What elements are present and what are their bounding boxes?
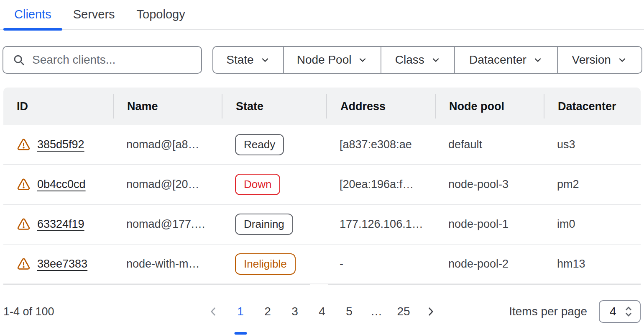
toolbar: State Node Pool Class Datacenter Version — [3, 46, 642, 74]
page-number: 1 — [237, 305, 244, 318]
filter-node-pool-label: Node Pool — [297, 53, 352, 67]
client-id-link[interactable]: 38ee7383 — [37, 258, 87, 271]
id-cell: 385d5f92 — [3, 138, 113, 152]
status-badge: Ineligible — [235, 253, 296, 275]
table-header-row: ID Name State Address Node pool Datacent… — [3, 88, 641, 125]
node-pool-cell: default — [435, 138, 544, 151]
tab-servers[interactable]: Servers — [62, 0, 126, 29]
search-icon — [13, 54, 25, 66]
tab-bar: Clients Servers Topology — [0, 0, 644, 30]
name-cell: nomad@[20… — [113, 178, 222, 191]
address-cell: - — [326, 258, 435, 271]
active-tab-indicator — [3, 28, 62, 31]
page-number: 25 — [397, 305, 410, 318]
chevron-down-icon — [260, 55, 270, 65]
filter-state-dropdown[interactable]: State — [213, 47, 283, 73]
previous-page-button[interactable] — [200, 299, 227, 324]
datacenter-cell: hm13 — [544, 258, 641, 271]
warning-triangle-icon — [17, 257, 31, 271]
items-per-page-label: Items per page — [509, 305, 587, 318]
filter-datacenter-label: Datacenter — [469, 53, 526, 67]
node-pool-cell: node-pool-1 — [435, 218, 544, 231]
clients-table: ID Name State Address Node pool Datacent… — [3, 88, 641, 285]
page-button-25[interactable]: 25 — [390, 299, 417, 324]
id-cell: 63324f19 — [3, 217, 113, 231]
datacenter-cell: us3 — [544, 138, 641, 151]
filter-class-label: Class — [395, 53, 424, 67]
page-number: 2 — [264, 305, 271, 318]
filter-version-dropdown[interactable]: Version — [557, 47, 641, 73]
status-badge: Down — [235, 174, 280, 195]
name-cell: nomad@177.… — [113, 218, 222, 231]
chevron-left-icon — [208, 306, 220, 317]
tab-servers-label: Servers — [73, 8, 115, 21]
page-ellipsis: … — [363, 299, 390, 324]
page-number: 3 — [291, 305, 298, 318]
table-row: 63324f19 nomad@177.… Draining 177.126.10… — [3, 205, 641, 245]
pager: 1 2 3 4 5 … 25 — [200, 299, 444, 324]
filter-state-label: State — [226, 53, 253, 67]
address-cell: 177.126.106.1… — [326, 218, 435, 231]
id-cell: 0b4cc0cd — [3, 178, 113, 191]
node-pool-cell: node-pool-3 — [435, 178, 544, 191]
name-cell: node-with-m… — [113, 258, 222, 271]
client-id-link[interactable]: 63324f19 — [37, 218, 84, 231]
state-cell: Down — [222, 174, 326, 195]
next-page-button[interactable] — [417, 299, 444, 324]
warning-triangle-icon — [17, 217, 31, 231]
tab-topology[interactable]: Topology — [126, 0, 196, 29]
column-header-node-pool: Node pool — [435, 94, 544, 119]
filter-datacenter-dropdown[interactable]: Datacenter — [454, 47, 557, 73]
warning-triangle-icon — [17, 178, 31, 191]
column-header-address: Address — [326, 94, 435, 119]
page-range-summary: 1-4 of 100 — [3, 305, 54, 318]
column-header-datacenter: Datacenter — [544, 94, 641, 119]
datacenter-cell: im0 — [544, 218, 641, 231]
node-pool-cell: node-pool-2 — [435, 258, 544, 271]
chevron-up-down-icon — [623, 305, 634, 318]
items-per-page-select[interactable]: 4 — [599, 300, 641, 323]
client-id-link[interactable]: 0b4cc0cd — [37, 178, 86, 191]
tab-topology-label: Topology — [137, 8, 185, 21]
address-cell: [a837:e308:ae — [326, 138, 435, 151]
page-button-2[interactable]: 2 — [254, 299, 281, 324]
table-row: 38ee7383 node-with-m… Ineligible - node-… — [3, 245, 641, 284]
status-badge: Draining — [235, 214, 293, 235]
ellipsis-label: … — [371, 305, 382, 318]
filter-group: State Node Pool Class Datacenter Version — [212, 46, 642, 74]
page-number: 5 — [346, 305, 353, 318]
page-button-5[interactable]: 5 — [336, 299, 363, 324]
filter-node-pool-dropdown[interactable]: Node Pool — [283, 47, 381, 73]
tab-clients[interactable]: Clients — [3, 0, 62, 29]
search-input[interactable] — [32, 53, 192, 67]
status-badge: Ready — [235, 134, 284, 155]
table-row: 385d5f92 nomad@[a8… Ready [a837:e308:ae … — [3, 125, 641, 165]
name-cell: nomad@[a8… — [113, 138, 222, 151]
search-box[interactable] — [3, 46, 202, 74]
column-header-state: State — [222, 94, 326, 119]
current-page-indicator — [234, 332, 247, 335]
state-cell: Ineligible — [222, 253, 326, 275]
datacenter-cell: pm2 — [544, 178, 641, 191]
state-cell: Draining — [222, 214, 326, 235]
warning-triangle-icon — [17, 138, 31, 152]
filter-class-dropdown[interactable]: Class — [381, 47, 454, 73]
chevron-down-icon — [358, 55, 368, 65]
page-number: 4 — [319, 305, 325, 318]
id-cell: 38ee7383 — [3, 257, 113, 271]
items-per-page-value: 4 — [610, 305, 616, 318]
table-row: 0b4cc0cd nomad@[20… Down [20ea:196a:f… n… — [3, 165, 641, 205]
tab-clients-label: Clients — [14, 8, 51, 21]
chevron-right-icon — [425, 306, 437, 317]
address-cell: [20ea:196a:f… — [326, 178, 435, 191]
chevron-down-icon — [617, 55, 627, 65]
column-header-name: Name — [113, 94, 222, 119]
items-per-page: Items per page 4 — [509, 300, 641, 323]
page-button-3[interactable]: 3 — [281, 299, 309, 324]
pagination-bar: 1-4 of 100 1 2 3 4 5 … 25 — [3, 299, 641, 324]
page-button-4[interactable]: 4 — [309, 299, 336, 324]
page-button-1[interactable]: 1 — [227, 299, 254, 324]
client-id-link[interactable]: 385d5f92 — [37, 138, 84, 151]
table-bottom-border — [3, 284, 641, 285]
state-cell: Ready — [222, 134, 326, 155]
